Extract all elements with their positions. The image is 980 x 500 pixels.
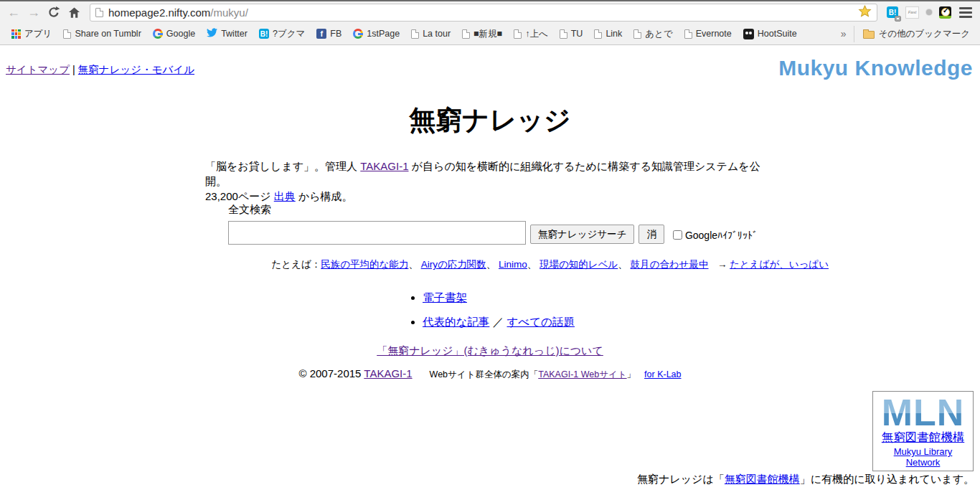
more-examples-link[interactable]: たとえばが、いっぱい (730, 259, 829, 270)
hatena-letters: B! (260, 30, 268, 38)
mln-jp-link[interactable]: 無窮図書館機構 (876, 430, 970, 445)
bookmark-label: 1stPage (367, 29, 400, 39)
example-link[interactable]: Airyの応力関数 (421, 259, 486, 270)
bookmark-label: TU (571, 29, 583, 39)
bookmark-hootsuite[interactable]: HootSuite (738, 29, 803, 39)
bookmark-label: FB (330, 29, 341, 39)
mobile-link[interactable]: 無窮ナレッジ・モバイル (78, 64, 194, 75)
home-icon[interactable] (66, 4, 82, 21)
page-title: 無窮ナレッジ (0, 103, 980, 138)
bookmark-link[interactable]: Link (588, 29, 628, 39)
mln-en-link[interactable]: Mukyu Library Network (876, 446, 970, 468)
about-link[interactable]: 「無窮ナレッジ」(むきゅうなれっじ)について (377, 344, 603, 357)
copyright-takagi1-link[interactable]: TAKAGI-1 (364, 367, 412, 379)
other-bookmarks[interactable]: その他のブックマーク (854, 26, 974, 42)
example-link[interactable]: 民族の平均的な能力 (321, 259, 408, 270)
norton-extension-icon[interactable]: ✓ (939, 6, 951, 19)
page-icon (633, 29, 641, 39)
all-topics-link[interactable]: すべての話題 (507, 316, 575, 328)
fastaccess-extension-icon[interactable]: Fast (905, 6, 919, 19)
bookmark-label: Google (166, 29, 195, 39)
examples-separator: 、 (527, 259, 540, 270)
library-network-link[interactable]: 無窮図書館機構 (725, 473, 800, 485)
page-icon (560, 29, 567, 39)
forward-icon[interactable]: → (26, 4, 42, 21)
bottom-note: 無窮ナレッジは「無窮図書館機構」に有機的に取り込まれています。 (637, 473, 974, 486)
representative-articles-link[interactable]: 代表的な記事 (423, 316, 489, 328)
clear-button[interactable]: 消 (639, 225, 664, 244)
examples-separator: 、 (486, 259, 499, 270)
examples-row: たとえば：民族の平均的な能力、 Airyの応力関数、 Linimo、 現場の知的… (0, 258, 980, 271)
bookmark-label: Evernote (696, 29, 732, 39)
page-icon (514, 29, 522, 39)
search-label: 全文検索 (228, 203, 759, 217)
bookmark-evernote[interactable]: Evernote (679, 29, 738, 39)
site-guide-text: Webサイト群全体の案内「 (430, 369, 539, 379)
ring-extension-icon[interactable] (926, 9, 932, 15)
hatena-extension-icon[interactable]: B! (887, 6, 898, 18)
examples-separator: 、 (618, 259, 630, 270)
bookmark-atode[interactable]: あとで (628, 28, 678, 40)
search-row: 無窮ナレッジサーチ 消 Googleﾊｲﾌﾞﾘｯﾄﾞ (228, 221, 759, 245)
page-icon (63, 29, 71, 39)
address-bar[interactable]: homepage2.nifty.com/mukyu/ (90, 4, 877, 22)
bookmark-label: ■新規■ (473, 28, 502, 40)
bookmark-star-icon[interactable] (858, 4, 872, 21)
extension-badge (895, 16, 901, 22)
bookmarks-overflow-icon[interactable]: » (834, 28, 854, 39)
back-icon[interactable]: ← (6, 4, 22, 21)
bookmark-label: Share on Tumblr (75, 29, 141, 39)
norton-check-glyph: ✓ (943, 6, 948, 14)
page-icon (594, 29, 602, 39)
reload-icon[interactable] (46, 4, 62, 21)
extension-icons: B! Fast ✓ (885, 6, 953, 19)
klab-link[interactable]: for K-Lab (644, 369, 681, 379)
search-input[interactable] (228, 221, 526, 245)
mln-letters: MLN (876, 396, 970, 429)
url-host: homepage2.nifty.com (108, 6, 210, 19)
hatena-letters: B! (889, 9, 897, 16)
takagi1-link[interactable]: TAKAGI-1 (360, 160, 408, 172)
search-button[interactable]: 無窮ナレッジサーチ (530, 225, 634, 244)
bookmark-1stpage[interactable]: 1stPage (347, 29, 405, 39)
mln-logo[interactable]: MLN 無窮図書館機構 Mukyu Library Network (872, 391, 974, 471)
source-link[interactable]: 出典 (274, 190, 296, 202)
example-link[interactable]: Linimo (499, 259, 527, 270)
bookmark-share-on-tumblr[interactable]: Share on Tumblr (57, 29, 146, 39)
bookmark-tu[interactable]: TU (554, 29, 589, 39)
google-icon (153, 29, 163, 39)
bookmark-twitter[interactable]: Twitter (201, 28, 253, 39)
ebookshelf-link[interactable]: 電子書架 (423, 291, 467, 303)
browser-toolbar: ← → homepage2.nifty.com/mukyu/ B! Fast ✓ (0, 1, 980, 23)
example-link[interactable]: 鼓月の合わせ最中 (631, 259, 709, 270)
about-row: 「無窮ナレッジ」(むきゅうなれっじ)について (0, 344, 980, 358)
google-hybrid-checkbox[interactable] (673, 230, 682, 240)
example-link[interactable]: 現場の知的レベル (540, 259, 618, 270)
bookmark-ue-e[interactable]: ↑上へ (508, 28, 554, 40)
top-links-separator: | (72, 64, 75, 75)
bookmark-google[interactable]: Google (147, 29, 201, 39)
google-hybrid-label: Googleﾊｲﾌﾞﾘｯﾄﾞ (685, 230, 758, 241)
arrow-glyph: → (717, 259, 730, 270)
page-icon (411, 29, 419, 39)
copyright-text: © 2007-2015 (298, 367, 364, 379)
url-text[interactable]: homepage2.nifty.com/mukyu/ (108, 6, 853, 19)
bookmarks-bar: アプリ Share on Tumblr Google Twitter B! ?ブ… (0, 23, 980, 44)
bookmark-fb[interactable]: f FB (311, 29, 347, 39)
takagi1-website-link[interactable]: TAKAGI-1 Webサイト (538, 369, 626, 379)
bookmark-shinki[interactable]: ■新規■ (456, 28, 508, 40)
list-separator: ／ (489, 316, 507, 328)
bookmark-apps[interactable]: アプリ (6, 28, 57, 40)
bookmark-la-tour[interactable]: La tour (405, 29, 456, 39)
examples-separator: 、 (408, 259, 420, 270)
sitemap-link[interactable]: サイトマップ (6, 64, 70, 75)
bookmark-hatena[interactable]: B! ?ブクマ (253, 28, 311, 40)
bookmark-label: Twitter (221, 29, 248, 39)
facebook-icon: f (316, 29, 326, 39)
chrome-menu-icon[interactable] (957, 4, 974, 21)
intro-text: から構成。 (296, 190, 353, 202)
bookmark-label: HootSuite (758, 29, 797, 39)
bookmark-label: ↑上へ (525, 28, 548, 40)
bookmark-label: Link (606, 29, 622, 39)
bookmark-label: ?ブクマ (273, 28, 305, 40)
